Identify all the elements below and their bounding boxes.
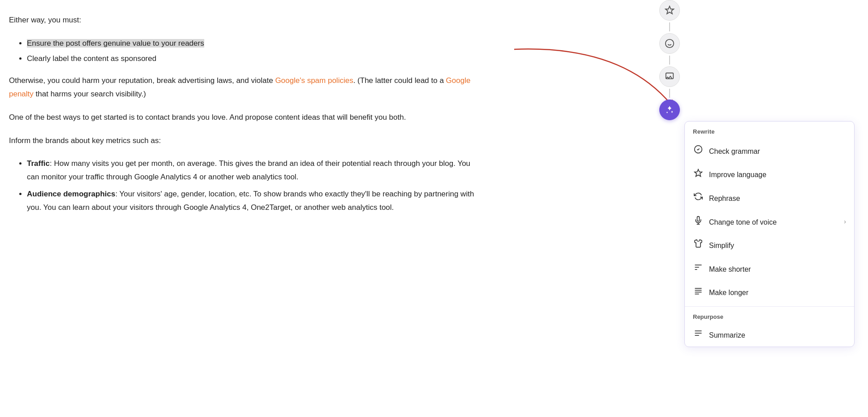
improve-language-label: Improve language [709,169,846,181]
connector-3 [669,89,670,98]
para-best-ways: One of the best ways to get started is t… [9,111,483,124]
emoji-icon-button[interactable] [659,33,680,54]
rewrite-section-label: Rewrite [685,122,854,139]
audience-bold: Audience demographics [27,190,115,198]
change-tone-item[interactable]: Change tone of voice › [685,210,854,234]
summarize-icon [693,328,704,342]
connector-2 [669,56,670,65]
make-shorter-icon [693,262,704,276]
traffic-bold: Traffic [27,159,50,168]
change-tone-chevron: › [844,217,846,227]
highlighted-text: Ensure the post offers genuine value to … [27,39,204,48]
make-shorter-label: Make shorter [709,263,846,275]
make-shorter-item[interactable]: Make shorter [685,257,854,281]
improve-language-item[interactable]: Improve language [685,163,854,187]
rewrite-dropdown: Rewrite Check grammar Improve language [684,121,855,347]
list-item: Clearly label the content as sponsored [27,52,483,65]
traffic-rest: : How many visits you get per month, on … [27,159,470,181]
change-tone-label: Change tone of voice [709,216,838,228]
list-item-traffic: Traffic: How many visits you get per mon… [27,157,483,184]
simplify-item[interactable]: Simplify [685,234,854,257]
para-either-way: Either way, you must: [9,13,483,27]
connector-1 [669,22,670,31]
toolbar-top-icon[interactable] [659,0,680,21]
make-longer-icon [693,286,704,300]
bullet-text: Clearly label the content as sponsored [27,54,156,63]
make-longer-label: Make longer [709,287,846,299]
menu-divider [685,306,854,307]
make-longer-item[interactable]: Make longer [685,281,854,305]
para3-text: One of the best ways to get started is t… [9,113,406,122]
list-item-audience: Audience demographics: Your visitors' ag… [27,187,483,214]
summarize-item[interactable]: Summarize [685,324,854,347]
google-spam-link[interactable]: Google's spam policies [275,76,353,85]
main-content: Either way, you must: Ensure the post of… [0,0,501,417]
edit-icon-button[interactable] [659,66,680,87]
toolbar-strip [659,0,680,120]
rephrase-label: Rephrase [709,192,846,204]
para1-text: Either way, you must: [9,16,81,24]
rephrase-icon [693,191,704,205]
check-grammar-item[interactable]: Check grammar [685,139,854,163]
list-item: Ensure the post offers genuine value to … [27,37,483,50]
para-otherwise: Otherwise, you could harm your reputatio… [9,74,483,101]
simplify-label: Simplify [709,239,846,252]
bullet-list-1: Ensure the post offers genuine value to … [27,37,483,65]
sidebar: Rewrite Check grammar Improve language [501,0,868,417]
check-grammar-label: Check grammar [709,145,846,157]
simplify-icon [693,239,704,252]
bullet-list-2: Traffic: How many visits you get per mon… [27,157,483,214]
ai-button[interactable] [659,100,680,120]
improve-language-icon [693,168,704,182]
summarize-label: Summarize [709,329,846,341]
repurpose-section-label: Repurpose [685,308,854,324]
check-grammar-icon [693,144,704,158]
para-inform: Inform the brands about key metrics such… [9,134,483,148]
change-tone-icon [693,215,704,229]
svg-marker-6 [695,169,702,176]
para4-text: Inform the brands about key metrics such… [9,136,161,145]
para2-mid: . (The latter could lead to a [353,76,446,85]
rephrase-item[interactable]: Rephrase [685,187,854,210]
para2-before: Otherwise, you could harm your reputatio… [9,76,275,85]
para2-after: that harms your search visibility.) [34,90,146,98]
svg-point-1 [666,39,674,48]
